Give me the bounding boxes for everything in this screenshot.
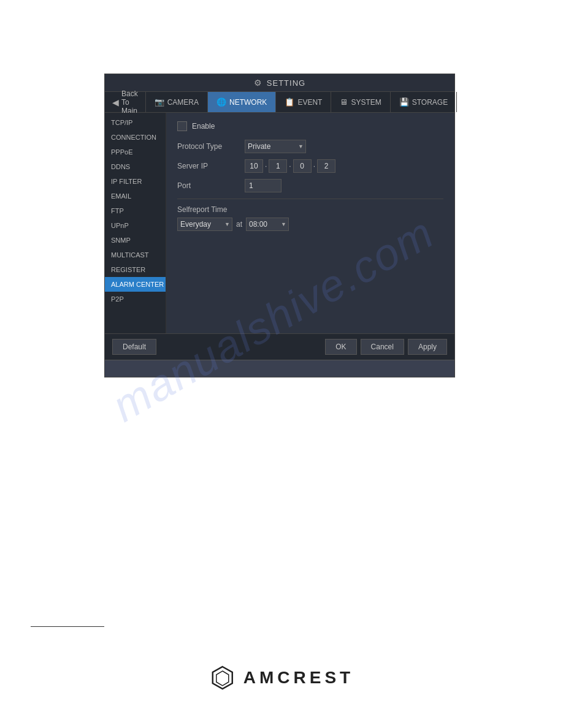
title-bar: ⚙ SETTING — [105, 74, 454, 92]
storage-icon: 💾 — [399, 97, 409, 107]
ip-dot-3: · — [313, 162, 316, 170]
selfreport-row: Everyday Monday Tuesday Wednesday Thursd… — [177, 218, 443, 231]
network-icon: 🌐 — [216, 97, 226, 107]
back-button[interactable]: ◀ Back To Main — [105, 92, 146, 112]
sidebar-item-connection[interactable]: CONNECTION — [105, 130, 166, 145]
tab-event-label: EVENT — [297, 98, 322, 107]
enable-label: Enable — [192, 122, 215, 131]
server-ip-label: Server IP — [177, 162, 245, 170]
tab-storage[interactable]: 💾 STORAGE — [391, 92, 457, 112]
tab-network-label: NETWORK — [229, 98, 267, 107]
divider — [177, 199, 443, 199]
server-ip-octet-2[interactable] — [269, 159, 287, 173]
default-button[interactable]: Default — [112, 339, 156, 355]
right-buttons: OK Cancel Apply — [325, 339, 447, 355]
bottom-bar: Default OK Cancel Apply — [105, 333, 454, 360]
server-ip-fields: · · · — [245, 159, 335, 173]
protocol-type-label: Protocol Type — [177, 142, 245, 151]
sidebar-item-register[interactable]: REGISTER — [105, 262, 166, 277]
system-icon: 🖥 — [340, 97, 348, 107]
selfreport-schedule-wrapper: Everyday Monday Tuesday Wednesday Thursd… — [177, 218, 232, 231]
sidebar-item-pppoe[interactable]: PPPoE — [105, 145, 166, 159]
tab-system[interactable]: 🖥 SYSTEM — [331, 92, 390, 112]
camera-icon: 📷 — [155, 97, 164, 107]
sidebar-item-snmp[interactable]: SNMP — [105, 233, 166, 248]
tab-camera[interactable]: 📷 CAMERA — [146, 92, 208, 112]
amcrest-logo: AMCREST — [209, 664, 354, 691]
protocol-type-select[interactable]: Private Public — [245, 140, 306, 153]
server-ip-octet-4[interactable] — [317, 159, 335, 173]
content-area: TCP/IP CONNECTION PPPoE DDNS IP FILTER E… — [105, 113, 454, 333]
ip-dot-1: · — [264, 162, 267, 170]
sidebar-item-upnp[interactable]: UPnP — [105, 218, 166, 233]
enable-row: Enable — [177, 121, 443, 131]
event-icon: 📋 — [285, 97, 294, 107]
status-bar — [105, 360, 454, 377]
amcrest-name: AMCREST — [243, 668, 354, 688]
tab-system-label: SYSTEM — [351, 98, 381, 107]
apply-button[interactable]: Apply — [408, 339, 447, 355]
at-label: at — [236, 220, 242, 229]
port-label: Port — [177, 181, 245, 190]
cancel-button[interactable]: Cancel — [361, 339, 404, 355]
amcrest-logo-icon — [209, 664, 236, 691]
svg-marker-1 — [216, 671, 229, 686]
separator-line — [31, 626, 104, 627]
port-input[interactable] — [245, 179, 282, 192]
sidebar-item-p2p[interactable]: P2P — [105, 292, 166, 306]
protocol-type-select-wrapper: Private Public — [245, 140, 306, 153]
back-label: Back To Main — [121, 89, 138, 115]
port-row: Port — [177, 179, 443, 192]
selfreport-time-wrapper: 08:00 09:00 10:00 12:00 — [246, 218, 289, 231]
sidebar-item-email[interactable]: EMAIL — [105, 189, 166, 203]
tab-storage-label: STORAGE — [412, 98, 448, 107]
dialog-title: SETTING — [267, 78, 305, 88]
right-panel: Enable Protocol Type Private Public Serv… — [166, 113, 454, 333]
sidebar-item-ddns[interactable]: DDNS — [105, 159, 166, 174]
tab-event[interactable]: 📋 EVENT — [276, 92, 331, 112]
server-ip-octet-3[interactable] — [293, 159, 312, 173]
selfreport-label: Selfreport Time — [177, 205, 443, 214]
sidebar-item-tcpip[interactable]: TCP/IP — [105, 115, 166, 130]
sidebar-item-multicast[interactable]: MULTICAST — [105, 248, 166, 262]
protocol-type-row: Protocol Type Private Public — [177, 140, 443, 153]
nav-tabs: 📷 CAMERA 🌐 NETWORK 📋 EVENT 🖥 SYSTEM 💾 ST… — [146, 92, 458, 112]
server-ip-row: Server IP · · · — [177, 159, 443, 173]
settings-dialog: ⚙ SETTING ◀ Back To Main 📷 CAMERA 🌐 NETW… — [104, 74, 455, 377]
sidebar-item-ipfilter[interactable]: IP FILTER — [105, 174, 166, 189]
sidebar: TCP/IP CONNECTION PPPoE DDNS IP FILTER E… — [105, 113, 166, 333]
sidebar-item-ftp[interactable]: FTP — [105, 203, 166, 218]
tab-network[interactable]: 🌐 NETWORK — [208, 92, 276, 112]
ok-button[interactable]: OK — [325, 339, 356, 355]
tab-camera-label: CAMERA — [167, 98, 199, 107]
selfreport-time-select[interactable]: 08:00 09:00 10:00 12:00 — [246, 218, 289, 231]
back-arrow-icon: ◀ — [112, 97, 119, 107]
enable-checkbox[interactable] — [177, 121, 187, 131]
settings-icon: ⚙ — [254, 78, 262, 88]
nav-bar: ◀ Back To Main 📷 CAMERA 🌐 NETWORK 📋 EVEN… — [105, 92, 454, 113]
selfreport-schedule-select[interactable]: Everyday Monday Tuesday Wednesday Thursd… — [177, 218, 232, 231]
server-ip-octet-1[interactable] — [245, 159, 263, 173]
ip-dot-2: · — [288, 162, 291, 170]
sidebar-item-alarm-center[interactable]: ALARM CENTER — [105, 277, 166, 292]
